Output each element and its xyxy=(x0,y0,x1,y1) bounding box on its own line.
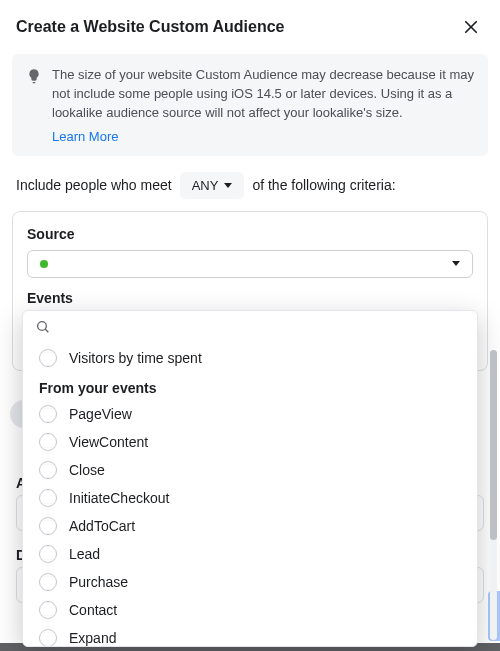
option-label: InitiateCheckout xyxy=(69,490,169,506)
radio-icon xyxy=(39,601,57,619)
criteria-row: Include people who meet ANY of the follo… xyxy=(0,170,500,211)
dropdown-option[interactable]: Expand xyxy=(23,624,477,646)
dropdown-option[interactable]: Contact xyxy=(23,596,477,624)
search-icon xyxy=(35,319,51,335)
close-button[interactable] xyxy=(458,14,484,40)
criteria-mode-select[interactable]: ANY xyxy=(180,172,245,199)
criteria-suffix: of the following criteria: xyxy=(252,177,395,193)
svg-point-2 xyxy=(38,322,47,331)
dropdown-option[interactable]: AddToCart xyxy=(23,512,477,540)
svg-line-3 xyxy=(45,329,48,332)
criteria-prefix: Include people who meet xyxy=(16,177,172,193)
chevron-down-icon xyxy=(224,183,232,188)
close-icon xyxy=(462,18,480,36)
scrollbar[interactable] xyxy=(490,350,497,640)
dropdown-option[interactable]: PageView xyxy=(23,400,477,428)
option-label: Lead xyxy=(69,546,100,562)
status-dot-icon xyxy=(40,260,48,268)
option-label: ViewContent xyxy=(69,434,148,450)
option-label: PageView xyxy=(69,406,132,422)
modal-title: Create a Website Custom Audience xyxy=(16,18,285,36)
radio-icon xyxy=(39,489,57,507)
radio-icon xyxy=(39,405,57,423)
chevron-down-icon xyxy=(452,261,460,266)
dropdown-option[interactable]: Visitors by time spent xyxy=(23,344,477,372)
dropdown-option[interactable]: Purchase xyxy=(23,568,477,596)
lightbulb-icon xyxy=(26,68,42,84)
events-label: Events xyxy=(27,290,473,306)
learn-more-link[interactable]: Learn More xyxy=(52,129,118,144)
radio-icon xyxy=(39,573,57,591)
dropdown-search[interactable] xyxy=(23,311,477,344)
criteria-mode-value: ANY xyxy=(192,178,219,193)
source-label: Source xyxy=(27,226,473,242)
source-select[interactable] xyxy=(27,250,473,278)
option-label: Expand xyxy=(69,630,116,646)
radio-icon xyxy=(39,461,57,479)
radio-icon xyxy=(39,517,57,535)
scrollbar-thumb[interactable] xyxy=(490,350,497,540)
radio-icon xyxy=(39,629,57,646)
dropdown-option[interactable]: InitiateCheckout xyxy=(23,484,477,512)
dropdown-option[interactable]: Close xyxy=(23,456,477,484)
dropdown-option[interactable]: Lead xyxy=(23,540,477,568)
dropdown-option[interactable]: ViewContent xyxy=(23,428,477,456)
option-label: Visitors by time spent xyxy=(69,350,202,366)
radio-icon xyxy=(39,349,57,367)
option-label: AddToCart xyxy=(69,518,135,534)
info-banner: The size of your website Custom Audience… xyxy=(12,54,488,156)
info-banner-text: The size of your website Custom Audience… xyxy=(52,66,476,123)
events-dropdown: Visitors by time spent From your events … xyxy=(22,310,478,647)
option-label: Purchase xyxy=(69,574,128,590)
radio-icon xyxy=(39,433,57,451)
dropdown-group-header: From your events xyxy=(23,372,477,400)
radio-icon xyxy=(39,545,57,563)
dropdown-list[interactable]: Visitors by time spent From your events … xyxy=(23,344,477,646)
option-label: Contact xyxy=(69,602,117,618)
option-label: Close xyxy=(69,462,105,478)
